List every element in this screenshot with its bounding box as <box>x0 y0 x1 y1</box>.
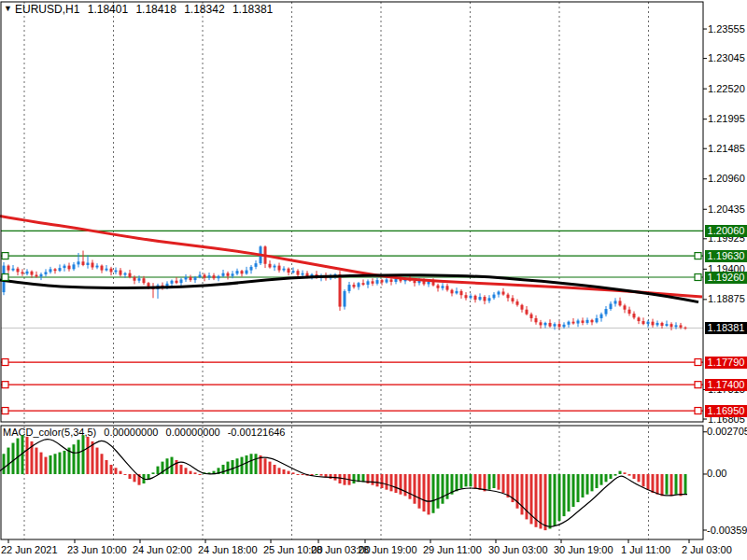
candle-body <box>656 323 659 325</box>
time-label: 2 Jul 03:00 <box>682 544 732 555</box>
candle-body <box>96 266 99 268</box>
candle-body <box>73 264 76 269</box>
macd-bar <box>232 460 234 474</box>
macd-bar <box>372 474 374 485</box>
candle-body <box>40 274 43 276</box>
macd-bar <box>586 474 589 495</box>
candle-body <box>302 273 304 275</box>
candle-body <box>610 303 613 309</box>
macd-histogram <box>3 435 687 530</box>
macd-bar <box>106 460 108 474</box>
candle-body <box>12 269 15 271</box>
candle-body <box>395 279 398 282</box>
macd-bar <box>568 474 571 511</box>
macd-bar <box>283 469 286 474</box>
candle-body <box>241 271 244 273</box>
time-label: 28 Jun 19:00 <box>358 544 417 555</box>
macd-bar <box>540 474 543 528</box>
open-value: 1.18401 <box>88 3 128 16</box>
macd-bar <box>544 474 547 530</box>
macd-bar <box>479 474 482 490</box>
candle-body <box>535 318 538 322</box>
price-tick-label: 1.18875 <box>708 293 745 305</box>
chart-canvas[interactable] <box>0 0 747 560</box>
line-handle[interactable] <box>695 408 701 414</box>
price-tick-label: 1.23555 <box>708 23 745 35</box>
price-tick-label: 1.22520 <box>708 83 745 95</box>
macd-bar <box>274 465 276 474</box>
candle-body <box>68 266 71 270</box>
macd-bar <box>521 474 524 514</box>
macd-bar <box>78 440 80 474</box>
macd-bar <box>624 472 627 474</box>
candle-body <box>568 322 571 325</box>
candle-body <box>185 277 188 279</box>
macd-bar <box>498 474 500 490</box>
candle-body <box>549 323 552 327</box>
candle-body <box>213 275 216 278</box>
macd-bar <box>129 474 132 479</box>
line-handle[interactable] <box>2 359 8 366</box>
time-label: 22 Jun 2021 <box>1 544 58 555</box>
candle-body <box>544 323 547 325</box>
candle-body <box>362 283 365 285</box>
candle-body <box>199 275 202 277</box>
macd-bar <box>610 474 613 479</box>
candle-body <box>7 266 10 271</box>
candle-body <box>92 263 94 268</box>
candle-body <box>283 269 286 271</box>
macd-bar <box>638 474 641 482</box>
candle-body <box>17 269 20 273</box>
candle-body <box>372 281 374 283</box>
macd-bar <box>414 474 416 504</box>
candle-body <box>442 286 444 287</box>
candle-body <box>208 275 211 277</box>
macd-bar <box>330 474 332 479</box>
line-handle[interactable] <box>695 274 701 281</box>
macd-bar <box>82 435 85 474</box>
candle-body <box>120 271 122 275</box>
candle-body <box>204 275 206 278</box>
candle-body <box>470 296 472 298</box>
candle-body <box>59 268 62 271</box>
current-price-label: 1.18381 <box>705 322 747 334</box>
close-value: 1.18381 <box>233 3 273 16</box>
line-handle[interactable] <box>2 382 8 388</box>
candle-body <box>484 297 486 301</box>
macd-bar <box>157 467 160 474</box>
macd-bar <box>386 474 388 490</box>
candle-body <box>134 277 136 281</box>
macd-bar <box>199 474 202 475</box>
candle-body <box>647 322 650 324</box>
candle-body <box>642 321 645 324</box>
candle-body <box>666 324 669 326</box>
line-handle[interactable] <box>2 274 8 281</box>
macd-bar <box>418 474 421 509</box>
time-label: 29 Jun 11:00 <box>423 544 482 555</box>
macd-bar <box>302 474 304 475</box>
line-handle[interactable] <box>2 253 8 259</box>
line-handle[interactable] <box>695 382 701 388</box>
macd-bar <box>40 453 43 474</box>
macd-bar <box>344 474 346 485</box>
time-label: 23 Jun 10:00 <box>67 544 127 555</box>
macd-bar <box>549 474 552 528</box>
macd-bar <box>278 468 281 474</box>
candle-body <box>516 301 519 305</box>
macd-bar <box>255 454 258 474</box>
grid-lines <box>24 2 649 539</box>
candle-body <box>124 273 127 275</box>
candle-body <box>563 325 566 327</box>
line-handle[interactable] <box>2 408 8 414</box>
macd-bar <box>404 474 407 496</box>
macd-bar <box>661 474 664 496</box>
line-handle[interactable] <box>695 253 701 259</box>
candle-body <box>456 291 458 293</box>
price-tick-label: 1.23045 <box>708 52 745 64</box>
macd-bar <box>400 474 402 495</box>
candle-body <box>45 272 48 273</box>
candle-body <box>554 324 557 326</box>
line-handle[interactable] <box>695 359 701 366</box>
candle-body <box>498 291 500 294</box>
candle-body <box>381 280 384 282</box>
